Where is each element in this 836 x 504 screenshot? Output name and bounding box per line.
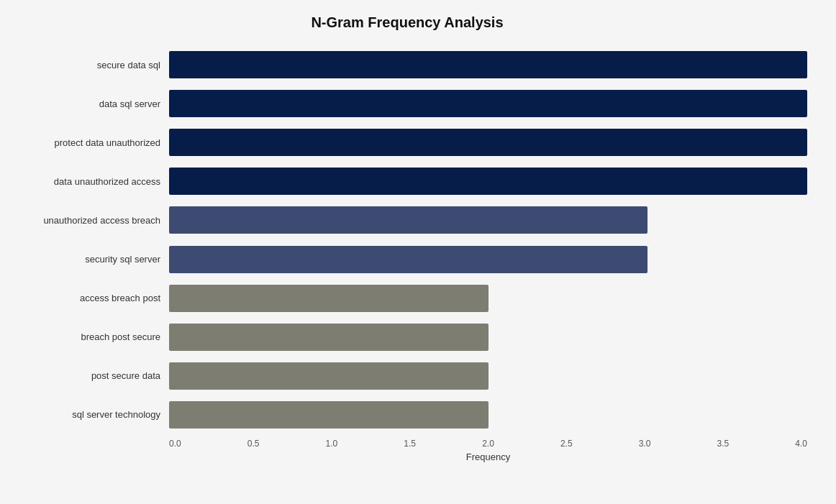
x-tick-label: 2.0 xyxy=(482,439,494,449)
bar-area-wrapper xyxy=(169,84,807,123)
bar xyxy=(169,129,807,156)
bar-label: data sql server xyxy=(7,98,169,109)
bar-label: unauthorized access breach xyxy=(7,215,169,226)
bar-row: access breach post xyxy=(7,279,807,318)
bar-label: access breach post xyxy=(7,293,169,303)
x-tick-label: 2.5 xyxy=(560,439,573,449)
bar-row: unauthorized access breach xyxy=(7,201,807,239)
bar-area-wrapper xyxy=(169,357,807,395)
bar-label: security sql server xyxy=(7,254,169,265)
bar-area-wrapper xyxy=(169,239,807,278)
bar-row: post secure data xyxy=(7,357,807,395)
bar xyxy=(169,168,807,195)
bar-row: data sql server xyxy=(7,84,807,123)
bar-label: protect data unauthorized xyxy=(7,137,169,148)
x-axis-labels: 0.00.51.01.52.02.53.03.54.0 xyxy=(169,439,807,449)
bar xyxy=(169,51,807,78)
bar-area-wrapper xyxy=(169,45,807,84)
x-axis-title: Frequency xyxy=(169,452,807,462)
x-tick-label: 3.0 xyxy=(639,439,651,449)
bar-label: sql server technology xyxy=(7,409,169,420)
x-tick-label: 4.0 xyxy=(795,439,807,449)
x-tick-label: 0.0 xyxy=(169,439,181,449)
bar xyxy=(169,285,489,312)
bar xyxy=(169,362,489,390)
bar-area-wrapper xyxy=(169,279,807,318)
bar-area-wrapper xyxy=(169,318,807,357)
bar-row: secure data sql xyxy=(7,45,807,84)
bar xyxy=(169,246,648,273)
bar-area-wrapper xyxy=(169,162,807,201)
x-tick-label: 1.0 xyxy=(326,439,338,449)
bar-label: post secure data xyxy=(7,370,169,381)
chart-title: N-Gram Frequency Analysis xyxy=(7,14,807,31)
bar-row: data unauthorized access xyxy=(7,162,807,201)
bar-area-wrapper xyxy=(169,201,807,239)
bar xyxy=(169,324,489,351)
chart-area: secure data sqldata sql serverprotect da… xyxy=(7,45,807,434)
bar xyxy=(169,401,489,429)
x-tick-label: 0.5 xyxy=(247,439,260,449)
bar-row: breach post secure xyxy=(7,318,807,357)
bar-label: breach post secure xyxy=(7,331,169,342)
bar-area-wrapper xyxy=(169,395,807,434)
bar xyxy=(169,90,807,117)
bar-row: protect data unauthorized xyxy=(7,123,807,162)
bar xyxy=(169,206,648,234)
x-tick-label: 3.5 xyxy=(717,439,729,449)
bar-row: sql server technology xyxy=(7,395,807,434)
bar-area-wrapper xyxy=(169,123,807,162)
chart-container: N-Gram Frequency Analysis secure data sq… xyxy=(0,0,836,504)
x-tick-label: 1.5 xyxy=(404,439,416,449)
bar-row: security sql server xyxy=(7,239,807,278)
x-axis: 0.00.51.01.52.02.53.03.54.0 xyxy=(169,439,807,449)
bar-label: data unauthorized access xyxy=(7,176,169,187)
bar-label: secure data sql xyxy=(7,60,169,70)
